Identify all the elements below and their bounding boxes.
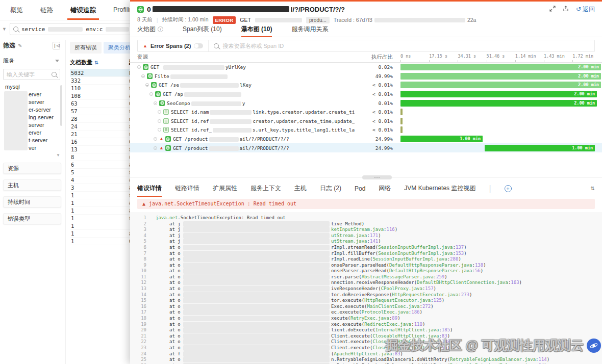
pane-splitter[interactable] bbox=[130, 177, 602, 181]
filter-section-资源[interactable]: 资源 bbox=[3, 163, 61, 174]
expand-toggle-icon[interactable] bbox=[158, 119, 161, 123]
detail-tab-服务上下文[interactable]: 服务上下文 bbox=[250, 180, 281, 197]
waterfall-row[interactable]: SELECT id,refcreator,updater,create_time… bbox=[130, 117, 602, 126]
error-spans-filter[interactable]: ▲ Error Spans (2) bbox=[138, 40, 209, 51]
cluster-row[interactable]: 8# bbox=[70, 153, 133, 161]
nav-tab-链路[interactable]: 链路 bbox=[39, 0, 54, 20]
duration-bar[interactable] bbox=[400, 118, 403, 124]
detail-tab-日志 (2)[interactable]: 日志 (2) bbox=[320, 180, 341, 197]
detail-tab-扩展属性[interactable]: 扩展属性 bbox=[213, 180, 237, 197]
cluster-row[interactable]: 28ne bbox=[70, 115, 133, 123]
cluster-row[interactable]: 1# bbox=[70, 207, 133, 215]
duration-bar[interactable]: 2.00 min bbox=[400, 82, 601, 88]
expand-toggle-icon[interactable] bbox=[137, 65, 141, 69]
expand-toggle-icon[interactable] bbox=[158, 110, 161, 114]
cluster-button-所有错误[interactable]: 所有错误 bbox=[70, 42, 102, 54]
cluster-row[interactable]: 1 bbox=[70, 222, 133, 230]
detail-tab-主机[interactable]: 主机 bbox=[294, 180, 307, 197]
detail-tab-错误详情[interactable]: 错误详情 bbox=[137, 180, 162, 197]
span-resource-text: GET /productail/?/PRODUCT/?/? bbox=[173, 145, 289, 151]
cluster-row[interactable]: 3# bbox=[70, 184, 133, 192]
waterfall-row[interactable]: GET /selKey< 0.01%2.00 min bbox=[130, 81, 602, 90]
cluster-row[interactable]: 13# bbox=[70, 146, 133, 153]
drag-handle[interactable] bbox=[362, 175, 392, 179]
duration-bar[interactable]: 2.00 min bbox=[400, 73, 601, 80]
error-spans-toggle[interactable] bbox=[194, 43, 203, 48]
cluster-row[interactable]: 16Co bbox=[70, 138, 133, 146]
filter-section-主机[interactable]: 主机 bbox=[3, 179, 61, 191]
cluster-row[interactable]: 1# bbox=[70, 199, 133, 207]
timeline-tick-label: 1.43 min bbox=[544, 54, 565, 59]
filter-section-错误类型[interactable]: 错误类型 bbox=[3, 213, 61, 224]
service-list-item[interactable]: mysql bbox=[3, 83, 64, 91]
duration-bar[interactable]: 2.00 min bbox=[400, 91, 597, 97]
cluster-row[interactable]: 21# bbox=[70, 131, 133, 138]
cluster-row[interactable]: 332ne bbox=[70, 77, 133, 85]
keyword-search-input[interactable]: 输入关键字 bbox=[3, 69, 60, 80]
cluster-row[interactable]: 110# bbox=[70, 85, 133, 92]
expand-toggle-icon[interactable] bbox=[158, 128, 161, 132]
duration-bar[interactable]: 1.00 min bbox=[485, 145, 595, 151]
cluster-row[interactable]: 5032Re bbox=[70, 69, 133, 77]
waterfall-row[interactable]: ▲GET /productail/?/PRODUCT/?/?24.99%1.00… bbox=[130, 135, 602, 144]
panel-options-icon[interactable]: ⇅ bbox=[591, 186, 595, 191]
cluster-row[interactable]: 1Co bbox=[70, 238, 133, 245]
expand-toggle-icon[interactable] bbox=[141, 74, 145, 78]
waterfall-row[interactable]: GET /ap< 0.01%2.00 min bbox=[130, 90, 602, 99]
chevron-down-icon[interactable]: ▼ bbox=[2, 27, 7, 32]
scrollbar[interactable] bbox=[60, 85, 62, 126]
fullscreen-icon[interactable] bbox=[549, 5, 556, 14]
expand-toggle-icon[interactable] bbox=[149, 92, 153, 96]
duration-bar[interactable] bbox=[400, 126, 403, 133]
detail-tab-网络[interactable]: 网络 bbox=[379, 180, 391, 197]
cluster-row[interactable]: 6# bbox=[70, 161, 133, 169]
keyword-placeholder: 输入关键字 bbox=[7, 71, 35, 79]
detail-tab-链路详情[interactable]: 链路详情 bbox=[175, 180, 199, 197]
export-icon[interactable] bbox=[563, 5, 569, 14]
cluster-row[interactable]: 63Co bbox=[70, 100, 133, 108]
line-number: 4 bbox=[130, 233, 146, 239]
waterfall-row[interactable]: ▲GET /productail/?/PRODUCT/?/?24.99%1.00… bbox=[130, 143, 602, 152]
expand-toggle-icon[interactable] bbox=[154, 101, 157, 105]
span-search-input[interactable]: 搜索资源名称或 Span ID bbox=[209, 42, 594, 50]
filter-funnel-icon[interactable] bbox=[55, 60, 59, 62]
cluster-row[interactable]: 1# bbox=[70, 215, 133, 222]
waterfall-row[interactable]: SELECT id,namlink,type,creator,updater,c… bbox=[130, 108, 602, 117]
sort-icon[interactable]: ⇅ bbox=[94, 60, 98, 65]
nav-tab-概览[interactable]: 概览 bbox=[9, 0, 24, 20]
filter-section-持续时间[interactable]: 持续时间 bbox=[3, 196, 61, 207]
trace-tab-火焰图[interactable]: 火焰图i bbox=[137, 25, 163, 37]
edit-pencil-icon[interactable]: ✎ bbox=[18, 43, 22, 48]
duration-bar[interactable]: 2.00 min bbox=[400, 64, 601, 70]
collapse-sidebar-icon[interactable]: ❘◁ bbox=[53, 42, 60, 49]
cluster-row[interactable]: 1# bbox=[70, 192, 133, 199]
trace-tab-瀑布图 (10)[interactable]: 瀑布图 (10) bbox=[241, 25, 272, 37]
trace-tab-Span列表 (10)[interactable]: Span列表 (10) bbox=[183, 25, 222, 37]
expand-toggle-icon[interactable] bbox=[145, 83, 149, 87]
span-resource: GET /ap bbox=[130, 91, 355, 97]
cluster-row[interactable]: 5# bbox=[70, 169, 133, 176]
expand-toggle-icon[interactable] bbox=[154, 137, 157, 141]
expand-list-icon[interactable]: ▼ bbox=[56, 153, 60, 158]
waterfall-row[interactable]: SELECT id,ref_s,url_key,type,title_lang1… bbox=[130, 125, 602, 135]
expand-toggle-icon[interactable] bbox=[154, 146, 157, 150]
detail-tab-JVM Kubernetes 监控视图[interactable]: JVM Kubernetes 监控视图 bbox=[404, 180, 475, 197]
cluster-row[interactable]: 108# bbox=[70, 92, 133, 100]
duration-bar[interactable]: 2.00 min bbox=[400, 100, 597, 107]
back-button[interactable]: ↺返回 bbox=[576, 5, 595, 14]
trace-tab-服务调用关系[interactable]: 服务调用关系 bbox=[291, 25, 328, 37]
waterfall-row[interactable]: GET yUrlKey0.02%2.00 min bbox=[130, 63, 602, 72]
duration-bar[interactable]: 1.00 min bbox=[400, 136, 483, 142]
detail-tab-Pod[interactable]: Pod bbox=[355, 181, 365, 196]
waterfall-row[interactable]: Filte49.99%2.00 min bbox=[130, 72, 602, 81]
add-tab-icon[interactable]: + bbox=[505, 185, 512, 192]
cluster-row[interactable]: 24# bbox=[70, 123, 133, 131]
docs-column-header[interactable]: 文档数量 bbox=[70, 59, 92, 66]
duration-bar[interactable] bbox=[400, 109, 403, 115]
cluster-row[interactable]: 1# bbox=[70, 230, 133, 238]
waterfall-row[interactable]: SeoCompoy0.01%2.00 min bbox=[130, 98, 602, 108]
cluster-row[interactable]: 4# bbox=[70, 176, 133, 184]
database-icon bbox=[163, 118, 169, 124]
nav-tab-错误追踪[interactable]: 错误追踪 bbox=[69, 0, 97, 20]
cluster-row[interactable]: 57# bbox=[70, 108, 133, 115]
